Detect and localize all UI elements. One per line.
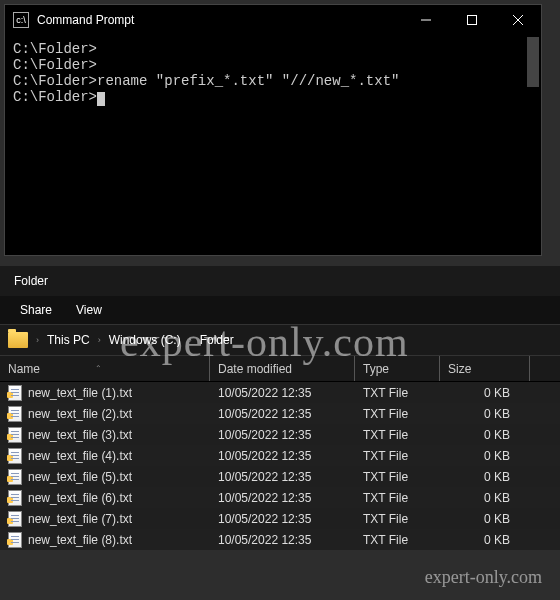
column-type[interactable]: Type bbox=[355, 356, 440, 381]
column-headers: Name⌃ Date modified Type Size bbox=[0, 356, 560, 382]
console-body[interactable]: C:\Folder> C:\Folder> C:\Folder>rename "… bbox=[5, 35, 541, 255]
file-size: 0 KB bbox=[440, 491, 530, 505]
file-size: 0 KB bbox=[440, 407, 530, 421]
file-size: 0 KB bbox=[440, 428, 530, 442]
table-row[interactable]: new_text_file (2).txt10/05/2022 12:35TXT… bbox=[0, 403, 560, 424]
file-type: TXT File bbox=[355, 449, 440, 463]
file-size: 0 KB bbox=[440, 512, 530, 526]
table-row[interactable]: new_text_file (1).txt10/05/2022 12:35TXT… bbox=[0, 382, 560, 403]
file-icon bbox=[8, 490, 22, 506]
file-type: TXT File bbox=[355, 407, 440, 421]
file-date: 10/05/2022 12:35 bbox=[210, 512, 355, 526]
table-row[interactable]: new_text_file (3).txt10/05/2022 12:35TXT… bbox=[0, 424, 560, 445]
console-prompt: C:\Folder> bbox=[13, 89, 533, 105]
file-size: 0 KB bbox=[440, 386, 530, 400]
sort-indicator-icon: ⌃ bbox=[95, 364, 102, 373]
file-size: 0 KB bbox=[440, 470, 530, 484]
file-date: 10/05/2022 12:35 bbox=[210, 470, 355, 484]
file-size: 0 KB bbox=[440, 533, 530, 547]
file-name: new_text_file (3).txt bbox=[28, 428, 132, 442]
file-icon bbox=[8, 448, 22, 464]
folder-icon bbox=[8, 332, 28, 348]
svg-rect-1 bbox=[468, 16, 477, 25]
file-type: TXT File bbox=[355, 386, 440, 400]
file-date: 10/05/2022 12:35 bbox=[210, 533, 355, 547]
console-line: C:\Folder>rename "prefix_*.txt" "///new_… bbox=[13, 73, 533, 89]
file-name: new_text_file (5).txt bbox=[28, 470, 132, 484]
console-title: Command Prompt bbox=[37, 13, 403, 27]
file-name: new_text_file (7).txt bbox=[28, 512, 132, 526]
file-name: new_text_file (1).txt bbox=[28, 386, 132, 400]
cursor bbox=[97, 92, 105, 106]
console-line: C:\Folder> bbox=[13, 41, 533, 57]
console-line: C:\Folder> bbox=[13, 57, 533, 73]
table-row[interactable]: new_text_file (5).txt10/05/2022 12:35TXT… bbox=[0, 466, 560, 487]
explorer-title: Folder bbox=[0, 266, 560, 296]
command-prompt-window: c:\ Command Prompt C:\Folder> C:\Folder>… bbox=[4, 4, 542, 256]
file-date: 10/05/2022 12:35 bbox=[210, 428, 355, 442]
breadcrumb-item[interactable]: This PC bbox=[43, 333, 94, 347]
table-row[interactable]: new_text_file (4).txt10/05/2022 12:35TXT… bbox=[0, 445, 560, 466]
file-type: TXT File bbox=[355, 533, 440, 547]
file-explorer-window: Folder Share View › This PC › Windows (C… bbox=[0, 266, 560, 550]
scrollbar-thumb[interactable] bbox=[527, 37, 539, 87]
file-name: new_text_file (2).txt bbox=[28, 407, 132, 421]
file-date: 10/05/2022 12:35 bbox=[210, 449, 355, 463]
file-icon bbox=[8, 532, 22, 548]
minimize-button[interactable] bbox=[403, 5, 449, 35]
breadcrumb-item[interactable]: Folder bbox=[196, 333, 238, 347]
file-size: 0 KB bbox=[440, 449, 530, 463]
addressbar[interactable]: › This PC › Windows (C:) › Folder bbox=[0, 324, 560, 356]
watermark: expert-only.com bbox=[425, 567, 542, 588]
console-titlebar[interactable]: c:\ Command Prompt bbox=[5, 5, 541, 35]
file-icon bbox=[8, 511, 22, 527]
breadcrumb-item[interactable]: Windows (C:) bbox=[105, 333, 185, 347]
file-type: TXT File bbox=[355, 428, 440, 442]
column-name[interactable]: Name⌃ bbox=[0, 356, 210, 381]
column-date[interactable]: Date modified bbox=[210, 356, 355, 381]
file-date: 10/05/2022 12:35 bbox=[210, 491, 355, 505]
file-icon bbox=[8, 427, 22, 443]
file-name: new_text_file (8).txt bbox=[28, 533, 132, 547]
file-date: 10/05/2022 12:35 bbox=[210, 407, 355, 421]
chevron-right-icon[interactable]: › bbox=[96, 335, 103, 345]
file-type: TXT File bbox=[355, 470, 440, 484]
close-button[interactable] bbox=[495, 5, 541, 35]
file-icon bbox=[8, 385, 22, 401]
column-size[interactable]: Size bbox=[440, 356, 530, 381]
cmd-icon: c:\ bbox=[13, 12, 29, 28]
tab-view[interactable]: View bbox=[76, 303, 102, 317]
ribbon: Share View bbox=[0, 296, 560, 324]
file-icon bbox=[8, 469, 22, 485]
file-list: new_text_file (1).txt10/05/2022 12:35TXT… bbox=[0, 382, 560, 550]
file-name: new_text_file (6).txt bbox=[28, 491, 132, 505]
table-row[interactable]: new_text_file (8).txt10/05/2022 12:35TXT… bbox=[0, 529, 560, 550]
file-name: new_text_file (4).txt bbox=[28, 449, 132, 463]
file-type: TXT File bbox=[355, 491, 440, 505]
table-row[interactable]: new_text_file (6).txt10/05/2022 12:35TXT… bbox=[0, 487, 560, 508]
tab-share[interactable]: Share bbox=[20, 303, 52, 317]
file-date: 10/05/2022 12:35 bbox=[210, 386, 355, 400]
table-row[interactable]: new_text_file (7).txt10/05/2022 12:35TXT… bbox=[0, 508, 560, 529]
file-type: TXT File bbox=[355, 512, 440, 526]
file-icon bbox=[8, 406, 22, 422]
chevron-right-icon[interactable]: › bbox=[187, 335, 194, 345]
chevron-right-icon[interactable]: › bbox=[34, 335, 41, 345]
maximize-button[interactable] bbox=[449, 5, 495, 35]
